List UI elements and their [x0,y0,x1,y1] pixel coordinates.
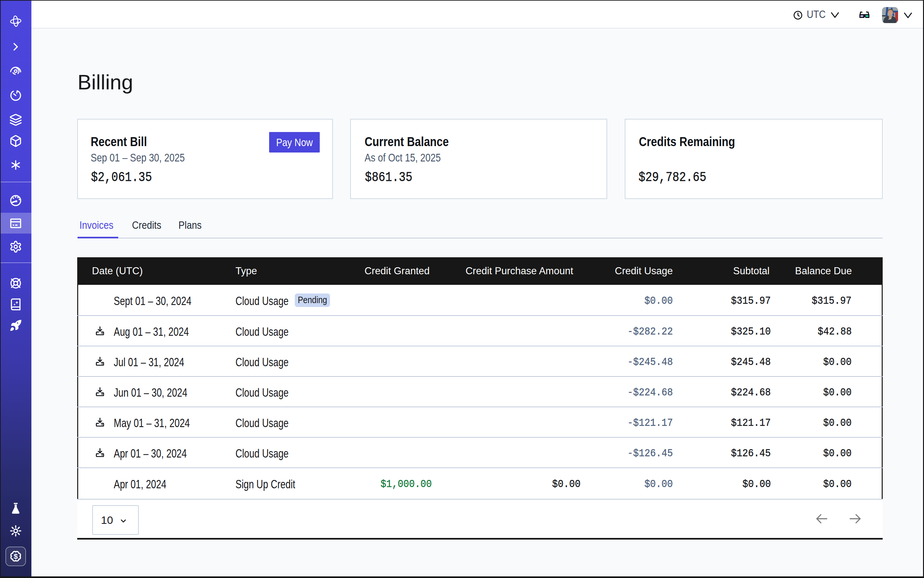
svg-text:$: $ [14,552,18,560]
